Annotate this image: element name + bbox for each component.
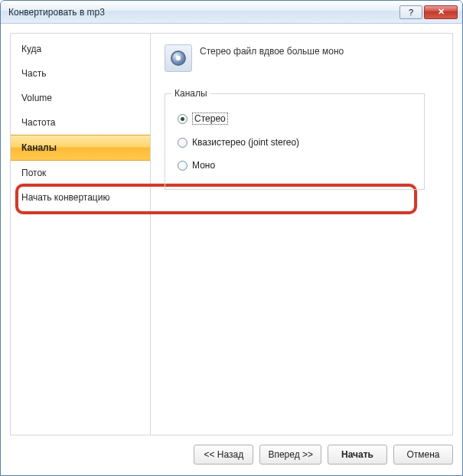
content-area: Стерео файл вдвое больше моно Каналы Сте… bbox=[151, 34, 452, 435]
speaker-icon bbox=[165, 44, 192, 72]
button-label: Начать bbox=[341, 449, 373, 460]
sidebar-item-label: Частота bbox=[21, 117, 55, 128]
sidebar-item-part[interactable]: Часть bbox=[11, 61, 150, 86]
dialog-body: Куда Часть Volume Частота Каналы Поток Н… bbox=[1, 24, 462, 475]
cancel-button[interactable]: Отмена bbox=[393, 445, 453, 465]
main-panel: Куда Часть Volume Частота Каналы Поток Н… bbox=[10, 33, 453, 435]
sidebar-item-label: Каналы bbox=[21, 142, 57, 153]
titlebar-buttons: ? ✕ bbox=[399, 5, 458, 19]
radio-icon bbox=[178, 114, 187, 124]
sidebar-item-volume[interactable]: Volume bbox=[11, 86, 150, 110]
help-button[interactable]: ? bbox=[399, 5, 422, 19]
button-label: Отмена bbox=[406, 449, 439, 460]
radio-label: Моно bbox=[192, 160, 215, 171]
radio-mono[interactable]: Моно bbox=[178, 160, 412, 171]
radio-joint-stereo[interactable]: Квазистерео (joint stereo) bbox=[178, 137, 412, 148]
next-button[interactable]: Вперед >> bbox=[259, 445, 321, 465]
sidebar: Куда Часть Volume Частота Каналы Поток Н… bbox=[11, 34, 151, 435]
button-label: Вперед >> bbox=[268, 449, 313, 460]
radio-label: Стерео bbox=[192, 112, 228, 125]
close-button[interactable]: ✕ bbox=[424, 5, 458, 19]
content-header: Стерео файл вдвое больше моно bbox=[165, 44, 439, 72]
sidebar-item-label: Куда bbox=[21, 44, 41, 54]
sidebar-item-channels[interactable]: Каналы bbox=[11, 135, 150, 161]
radio-icon bbox=[178, 138, 187, 148]
help-icon: ? bbox=[409, 8, 413, 17]
channels-groupbox: Каналы Стерео Квазистерео (joint stereo)… bbox=[165, 93, 425, 190]
sidebar-item-label: Volume bbox=[21, 93, 52, 103]
content-heading: Стерео файл вдвое больше моно bbox=[200, 44, 344, 57]
radio-label: Квазистерео (joint stereo) bbox=[192, 137, 299, 148]
dialog-window: Конвертировать в mp3 ? ✕ Куда Часть Volu… bbox=[0, 0, 463, 476]
sidebar-item-label: Поток bbox=[21, 168, 46, 178]
sidebar-item-destination[interactable]: Куда bbox=[11, 37, 150, 61]
sidebar-item-stream[interactable]: Поток bbox=[11, 161, 150, 185]
sidebar-item-label: Часть bbox=[21, 68, 46, 79]
back-button[interactable]: << Назад bbox=[194, 445, 253, 465]
footer-buttons: << Назад Вперед >> Начать Отмена bbox=[10, 442, 453, 468]
start-button[interactable]: Начать bbox=[328, 445, 387, 465]
button-label: << Назад bbox=[204, 449, 244, 460]
group-label: Каналы bbox=[171, 88, 210, 99]
window-title: Конвертировать в mp3 bbox=[8, 7, 399, 18]
sidebar-item-start-conversion[interactable]: Начать конвертацию bbox=[11, 185, 150, 210]
titlebar: Конвертировать в mp3 ? ✕ bbox=[1, 1, 462, 24]
close-icon: ✕ bbox=[438, 7, 445, 17]
sidebar-item-frequency[interactable]: Частота bbox=[11, 110, 150, 135]
sidebar-item-label: Начать конвертацию bbox=[21, 192, 109, 203]
radio-stereo[interactable]: Стерео bbox=[178, 112, 412, 125]
radio-icon bbox=[178, 161, 187, 171]
